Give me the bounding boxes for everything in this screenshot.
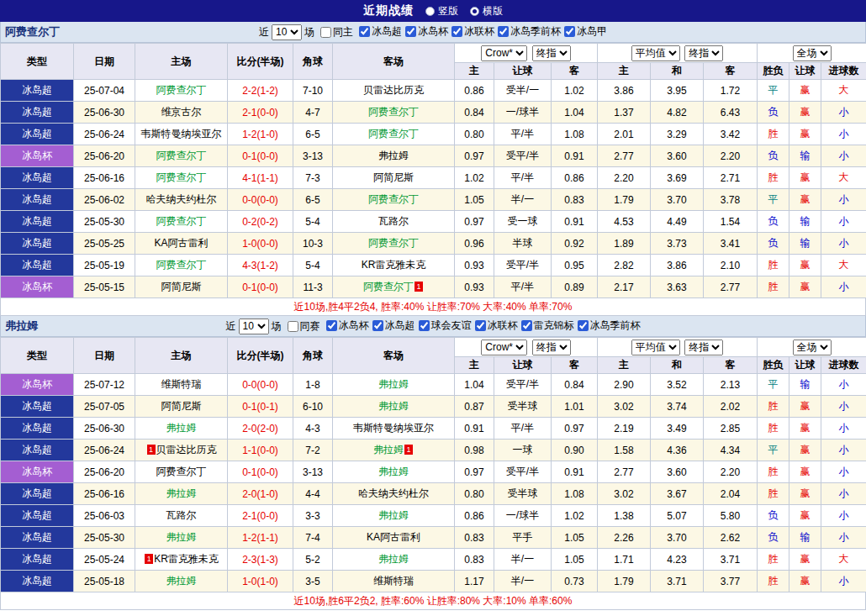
team-link[interactable]: 阿费查尔丁 bbox=[156, 84, 207, 96]
score-link[interactable]: 2-1(0-0) bbox=[228, 505, 293, 527]
same-checkbox[interactable] bbox=[320, 27, 331, 38]
team-link[interactable]: 阿简尼斯 bbox=[373, 171, 414, 183]
team-link[interactable]: 弗拉姆 bbox=[373, 444, 404, 455]
league-checkbox[interactable] bbox=[372, 320, 383, 331]
team-link[interactable]: 阿费查尔丁 bbox=[368, 237, 419, 249]
league-filter[interactable]: 冰岛甲 bbox=[561, 24, 607, 39]
score-link[interactable]: 0-2(0-2) bbox=[228, 211, 293, 233]
team-link[interactable]: 弗拉姆 bbox=[378, 509, 409, 521]
same-filter[interactable]: 同赛 bbox=[284, 319, 320, 334]
team-link[interactable]: KR雷克雅未克 bbox=[362, 259, 426, 271]
league-checkbox[interactable] bbox=[451, 26, 462, 37]
team-link[interactable]: 阿简尼斯 bbox=[161, 281, 202, 292]
league-checkbox[interactable] bbox=[498, 26, 509, 37]
team-link[interactable]: KA阿古雷利 bbox=[367, 531, 420, 543]
avg-stage-select[interactable]: 终指 bbox=[684, 45, 723, 61]
league-checkbox[interactable] bbox=[564, 26, 575, 37]
team-link[interactable]: 阿费查尔丁 bbox=[368, 128, 419, 140]
team-link[interactable]: 哈夫纳夫约杜尔 bbox=[146, 193, 217, 205]
scope-select[interactable]: 全场 bbox=[793, 340, 832, 355]
team-link[interactable]: 阿费查尔丁 bbox=[363, 281, 414, 292]
league-checkbox[interactable] bbox=[359, 26, 370, 37]
score-link[interactable]: 2-0(2-0) bbox=[228, 418, 293, 440]
avg-stage-select[interactable]: 终指 bbox=[684, 340, 723, 355]
league-checkbox[interactable] bbox=[405, 26, 416, 37]
score-link[interactable]: 1-2(1-1) bbox=[228, 527, 293, 549]
team-link[interactable]: 瓦路尔 bbox=[378, 215, 409, 227]
team-link[interactable]: 贝雷达比历克 bbox=[156, 444, 217, 455]
layout-radio-horizontal[interactable]: 横版 bbox=[470, 4, 503, 18]
league-checkbox[interactable] bbox=[419, 320, 430, 331]
league-filter[interactable]: 球会友谊 bbox=[415, 319, 472, 333]
score-link[interactable]: 0-1(0-1) bbox=[228, 396, 293, 418]
avg-select[interactable]: 平均值 bbox=[631, 340, 680, 355]
score-link[interactable]: 0-0(0-0) bbox=[228, 189, 293, 211]
same-filter[interactable]: 同主 bbox=[317, 25, 353, 39]
score-link[interactable]: 1-0(0-0) bbox=[228, 233, 293, 255]
score-link[interactable]: 2-0(1-0) bbox=[228, 483, 293, 505]
odds-stage-select[interactable]: 终指 bbox=[532, 340, 571, 355]
league-checkbox[interactable] bbox=[521, 320, 532, 331]
score-link[interactable]: 0-1(0-0) bbox=[228, 276, 293, 298]
league-filter[interactable]: 冰联杯 bbox=[472, 319, 518, 333]
team-link[interactable]: 弗拉姆 bbox=[166, 531, 197, 543]
team-link[interactable]: 弗拉姆 bbox=[166, 487, 197, 499]
league-filter[interactable]: 冰岛超 bbox=[369, 319, 415, 333]
team-link[interactable]: 弗拉姆 bbox=[378, 466, 409, 477]
team-link[interactable]: 阿费查尔丁 bbox=[156, 171, 207, 183]
league-checkbox[interactable] bbox=[578, 320, 589, 331]
bookmaker-select[interactable]: Crow* bbox=[481, 340, 527, 355]
team-link[interactable]: 阿费查尔丁 bbox=[368, 106, 419, 118]
team-link[interactable]: 弗拉姆 bbox=[166, 575, 197, 587]
team-link[interactable]: 阿简尼斯 bbox=[161, 400, 202, 412]
score-link[interactable]: 4-3(1-2) bbox=[228, 255, 293, 276]
team-link[interactable]: 阿费查尔丁 bbox=[156, 466, 207, 477]
team-link[interactable]: 维京古尔 bbox=[161, 106, 202, 118]
score-link[interactable]: 2-3(1-3) bbox=[228, 549, 293, 571]
same-checkbox[interactable] bbox=[288, 321, 298, 332]
score-link[interactable]: 0-1(0-0) bbox=[228, 145, 293, 167]
team-link[interactable]: 韦斯特曼纳埃亚尔 bbox=[353, 422, 434, 434]
score-link[interactable]: 1-0(1-0) bbox=[228, 571, 293, 592]
team-link[interactable]: 弗拉姆 bbox=[378, 400, 409, 412]
team-link[interactable]: KR雷克雅未克 bbox=[154, 553, 219, 565]
team-link[interactable]: 阿费查尔丁 bbox=[156, 150, 207, 161]
league-filter[interactable]: 冰岛超 bbox=[356, 24, 402, 39]
score-link[interactable]: 0-0(0-0) bbox=[228, 374, 293, 396]
score-link[interactable]: 1-2(1-0) bbox=[228, 124, 293, 145]
league-filter[interactable]: 雷克锦标 bbox=[518, 319, 574, 333]
team-link[interactable]: 弗拉姆 bbox=[378, 553, 409, 565]
match-count-select[interactable]: 10 bbox=[272, 24, 302, 40]
team-link[interactable]: KA阿古雷利 bbox=[154, 237, 208, 249]
team-link[interactable]: 维斯特瑞 bbox=[161, 378, 202, 390]
score-link[interactable]: 0-1(0-0) bbox=[228, 461, 293, 483]
score-link[interactable]: 1-1(0-0) bbox=[228, 440, 293, 461]
team-link[interactable]: 阿费查尔丁 bbox=[156, 215, 207, 227]
avg-select[interactable]: 平均值 bbox=[631, 45, 680, 61]
league-filter[interactable]: 冰联杯 bbox=[448, 24, 494, 39]
league-filter[interactable]: 冰岛季前杯 bbox=[574, 319, 641, 333]
score-link[interactable]: 2-2(1-2) bbox=[228, 80, 293, 102]
scope-select[interactable]: 全场 bbox=[793, 45, 832, 61]
team-link[interactable]: 维斯特瑞 bbox=[373, 575, 414, 587]
team-link[interactable]: 哈夫纳夫约杜尔 bbox=[358, 487, 429, 499]
team-link[interactable]: 韦斯特曼纳埃亚尔 bbox=[141, 128, 222, 140]
bookmaker-select[interactable]: Crow* bbox=[481, 45, 527, 61]
league-filter[interactable]: 冰岛杯 bbox=[402, 24, 448, 39]
match-count-select[interactable]: 10 bbox=[239, 319, 269, 334]
team-link[interactable]: 弗拉姆 bbox=[166, 422, 197, 434]
league-checkbox[interactable] bbox=[326, 320, 337, 331]
score-link[interactable]: 2-1(0-0) bbox=[228, 102, 293, 124]
league-checkbox[interactable] bbox=[475, 320, 486, 331]
league-filter[interactable]: 冰岛杯 bbox=[323, 319, 369, 333]
odds-stage-select[interactable]: 终指 bbox=[532, 45, 571, 61]
team-link[interactable]: 阿费查尔丁 bbox=[156, 259, 207, 271]
team-link[interactable]: 瓦路尔 bbox=[166, 509, 197, 521]
team-link[interactable]: 阿费查尔丁 bbox=[368, 193, 419, 205]
score-link[interactable]: 4-1(1-1) bbox=[228, 167, 293, 189]
team-link[interactable]: 弗拉姆 bbox=[378, 378, 409, 390]
team-link[interactable]: 弗拉姆 bbox=[378, 150, 409, 161]
league-filter[interactable]: 冰岛季前杯 bbox=[494, 24, 561, 39]
team-link[interactable]: 贝雷达比历克 bbox=[363, 84, 424, 96]
layout-radio-vertical[interactable]: 竖版 bbox=[425, 4, 458, 18]
